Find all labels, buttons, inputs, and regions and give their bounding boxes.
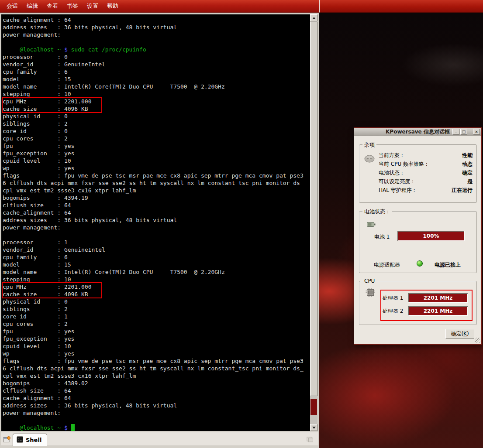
terminal-line: cpu cores : 2 [3, 320, 310, 328]
terminal-line: fpu : yes [3, 328, 310, 335]
terminal-line: wp : yes [3, 164, 310, 172]
terminal-line: 6 clflush dts acpi mmx fxsr sse sse2 ss … [3, 179, 310, 187]
terminal-line: core id : 0 [3, 127, 310, 135]
menu-item-view[interactable]: 查看 [42, 0, 62, 12]
scroll-down-button[interactable] [310, 424, 317, 431]
maximize-button[interactable]: □ [460, 129, 467, 135]
annotation-box [2, 97, 102, 113]
kpowersave-icon [364, 153, 375, 165]
minimize-button[interactable]: – [452, 129, 459, 135]
terminal-line: clflush size : 64 [3, 202, 310, 209]
terminal-line: cache_alignment : 64 [3, 16, 310, 24]
scrollbar-marker [310, 399, 317, 415]
info-row: HAL 守护程序：正在运行 [379, 186, 473, 195]
terminal-line: model name : Intel(R) Core(TM)2 Duo CPU … [3, 268, 310, 276]
scrollbar-track[interactable] [310, 21, 317, 424]
info-label: HAL 守护程序： [379, 187, 417, 194]
info-label: 当前方案： [379, 152, 405, 159]
info-row: 当前方案：性能 [379, 151, 473, 160]
scrollbar-thumb[interactable] [310, 22, 317, 396]
terminal-line: address sizes : 36 bits physical, 48 bit… [3, 216, 310, 224]
battery-icon [366, 219, 376, 231]
terminal-line: fpu : yes [3, 142, 310, 150]
terminal-line [3, 38, 310, 46]
info-row: 当前 CPU 频率策略：动态 [379, 160, 473, 168]
menu-item-bookmarks[interactable]: 书签 [62, 0, 83, 12]
misc-group-legend: 杂项 [362, 141, 376, 149]
terminal-line: clflush size : 64 [3, 387, 310, 394]
terminal-line: vendor_id : GenuineIntel [3, 246, 310, 253]
battery-level-bar: 100% [397, 231, 465, 241]
tab-shell[interactable]: Shell [13, 434, 47, 446]
session-list-button[interactable] [305, 434, 315, 444]
menu-bar: 会话编辑查看书签设置帮助 [0, 0, 319, 13]
annotation-box-cpu [380, 290, 473, 321]
terminal-line: bogomips : 4394.19 [3, 194, 310, 202]
battery-group-legend: 电池状态： [362, 208, 392, 215]
terminal-line: physical id : 0 [3, 298, 310, 305]
session-list-icon [307, 436, 314, 442]
scroll-up-button[interactable] [310, 14, 317, 21]
info-value: 是 [467, 178, 473, 185]
adapter-label: 电源适配器 [374, 261, 400, 269]
kpowersave-dialog: KPowersave 信息对话框 – □ × 杂项 当前方案：性能当前 CPU … [354, 127, 482, 345]
konsole-window: 会话编辑查看书签设置帮助 cache_alignment : 64address… [0, 0, 319, 448]
terminal-line: siblings : 2 [3, 305, 310, 313]
session-tab-bar: Shell [1, 432, 318, 445]
terminal-line: cpu family : 6 [3, 253, 310, 261]
terminal-line: power management: [3, 224, 310, 231]
terminal-line: cache_alignment : 64 [3, 209, 310, 216]
menu-item-settings[interactable]: 设置 [83, 0, 103, 12]
terminal-line: flags : fpu vme de pse tsc msr pae mce c… [3, 172, 310, 179]
terminal-line: wp : yes [3, 350, 310, 357]
terminal-line: fpu_exception : yes [3, 150, 310, 157]
menu-item-edit[interactable]: 编辑 [22, 0, 42, 12]
window-controls: – □ × [452, 129, 480, 135]
terminal-line: 6 clflush dts acpi mmx fxsr sse sse2 ss … [3, 365, 310, 372]
terminal-line: bogomips : 4389.02 [3, 380, 310, 387]
background-window-strip [319, 0, 483, 13]
screen: 会话编辑查看书签设置帮助 cache_alignment : 64address… [0, 0, 483, 448]
ok-label: 确定( [451, 331, 463, 337]
battery-label: 电池 1 [374, 233, 390, 241]
terminal-line: power management: [3, 31, 310, 38]
menu-item-help[interactable]: 帮助 [103, 0, 123, 12]
terminal-line: vendor_id : GenuineIntel [3, 61, 310, 68]
terminal-line: siblings : 2 [3, 120, 310, 127]
tab-shell-label: Shell [26, 437, 41, 443]
terminal-line: cpu family : 6 [3, 68, 310, 75]
info-value: 正在运行 [452, 187, 473, 194]
terminal-line: cpuid level : 10 [3, 157, 310, 164]
terminal-line: processor : 1 [3, 239, 310, 246]
close-button[interactable]: × [473, 129, 480, 135]
adapter-status: 电源已接上 [435, 261, 461, 269]
terminal-line: cache_alignment : 64 [3, 394, 310, 402]
terminal-line: address sizes : 36 bits physical, 48 bit… [3, 402, 310, 409]
ok-button[interactable]: 确定(K) [445, 329, 474, 339]
terminal-line: cpu cores : 2 [3, 135, 310, 142]
terminal-line: processor : 0 [3, 53, 310, 61]
terminal-line [3, 417, 310, 424]
terminal-line: model : 15 [3, 75, 310, 83]
terminal-scrollbar[interactable] [310, 14, 317, 431]
menu-item-session[interactable]: 会话 [2, 0, 22, 12]
terminal-line: cpuid level : 10 [3, 342, 310, 350]
info-label: 可以设定亮度： [379, 178, 415, 185]
terminal-line: physical id : 0 [3, 113, 310, 120]
resize-grip[interactable] [475, 338, 480, 343]
info-row: 电池状态：确定 [379, 168, 473, 177]
terminal-line: power management: [3, 409, 310, 417]
terminal-line: model name : Intel(R) Core(TM)2 Duo CPU … [3, 83, 310, 90]
terminal-line: core id : 1 [3, 313, 310, 320]
dialog-title: KPowersave 信息对话框 [386, 128, 450, 136]
terminal-line: flags : fpu vme de pse tsc msr pae mce c… [3, 357, 310, 365]
info-label: 电池状态： [379, 169, 405, 177]
terminal-viewport[interactable]: cache_alignment : 64address sizes : 36 b… [1, 14, 310, 431]
terminal-line: fpu_exception : yes [3, 335, 310, 342]
new-session-button[interactable] [2, 434, 12, 444]
info-label: 当前 CPU 频率策略： [379, 161, 429, 168]
info-value: 动态 [462, 161, 473, 168]
terminal-line: model : 15 [3, 261, 310, 268]
terminal-lines: cache_alignment : 64address sizes : 36 b… [3, 16, 310, 431]
dialog-titlebar[interactable]: KPowersave 信息对话框 – □ × [354, 128, 481, 136]
